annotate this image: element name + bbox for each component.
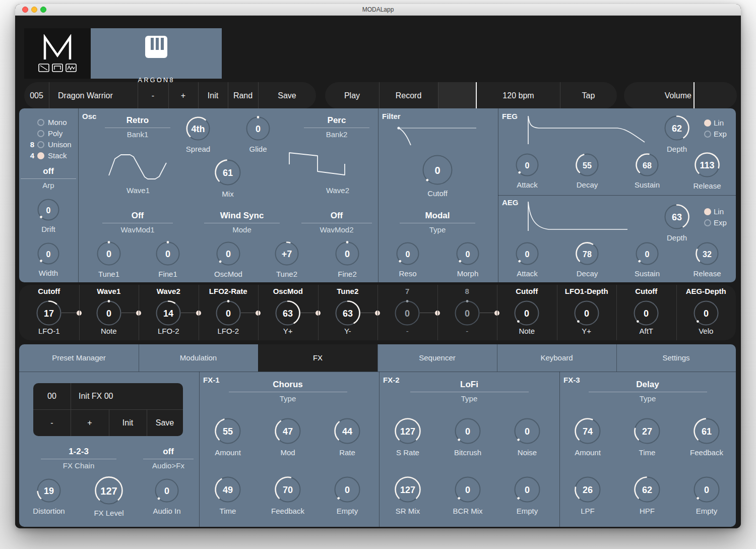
mod-slot-11-source[interactable]: AftT [616,327,676,335]
feg-slope-lin[interactable] [704,119,711,127]
osc2-bank-select[interactable]: PercBank2 [304,115,369,139]
fx1-feedback-knob[interactable]: 70 [274,475,302,504]
fx1-amount-knob[interactable]: 55 [214,417,242,445]
audio-fx-select[interactable]: offAudio>Fx [143,447,194,470]
preset-number[interactable]: 005 [24,82,49,109]
mod-slot-3-source[interactable]: LFO-2 [139,327,199,335]
mod-slot-5-amount-knob[interactable]: 63 [274,299,301,327]
record-button[interactable]: Record [379,82,438,109]
fx3-empty-knob[interactable]: 0 [692,475,721,504]
mod-slot-9-amount-knob[interactable]: 0 [513,299,540,327]
fx3-hpf-knob[interactable]: 62 [633,475,661,504]
mod-slot-8-amount-knob[interactable]: 0 [454,299,481,327]
fx-preset-number[interactable]: 00 [33,383,71,409]
mod-slot-12-source[interactable]: Velo [676,327,736,335]
bpm-slider-track[interactable] [438,82,476,109]
mod-slot-5-dest[interactable]: OscMod [258,287,318,295]
fx2-bcr-mix-knob[interactable]: 0 [454,475,482,504]
tab-fx[interactable]: FX [258,344,377,372]
mod-slot-8-source[interactable]: - [437,327,497,335]
preset-prev-button[interactable]: - [138,82,168,109]
fx-preset-prev-button[interactable]: - [33,410,71,436]
preset-init-button[interactable]: Init [198,82,228,109]
sync-mode-select[interactable]: Wind SyncMode [204,211,280,234]
mod-slot-12-dest[interactable]: AEG-Depth [676,287,736,295]
mod-slot-6-dest[interactable]: Tune2 [318,287,378,295]
preset-rand-button[interactable]: Rand [228,82,258,109]
mod-slot-1-dest[interactable]: Cutoff [19,287,79,295]
bpm-display[interactable]: 120 bpm [477,82,560,109]
feg-depth-knob[interactable]: 62 [663,114,690,142]
mod-slot-1-amount-knob[interactable]: 17 [35,299,62,327]
mod-slot-10-dest[interactable]: LFO1-Depth [557,287,617,295]
aeg-release-knob[interactable]: 32 [695,241,720,266]
tab-keyboard[interactable]: Keyboard [497,344,616,372]
fine2-knob[interactable]: 0 [334,240,360,267]
mod-slot-3-dest[interactable]: Wave2 [139,287,199,295]
fx-preset-name[interactable]: Init FX 00 [71,383,183,409]
fx3-lpf-knob[interactable]: 26 [574,475,602,504]
voice-mode-mono[interactable] [37,119,44,126]
aeg-attack-knob[interactable]: 0 [515,241,540,266]
tab-settings[interactable]: Settings [616,344,736,372]
tap-button[interactable]: Tap [560,82,617,109]
mod-slot-10-amount-knob[interactable]: 0 [573,299,600,327]
tab-preset-manager[interactable]: Preset Manager [19,344,139,372]
mod-slot-4-dest[interactable]: LFO2-Rate [199,287,259,295]
fx-preset-next-button[interactable]: + [71,410,109,436]
cutoff-knob[interactable]: 0 [421,154,454,186]
fx-chain-select[interactable]: 1-2-3FX Chain [41,447,116,470]
fx-preset-init-button[interactable]: Init [109,410,147,436]
fx1-time-knob[interactable]: 49 [214,475,242,504]
aeg-slope-exp[interactable] [704,219,711,226]
mod-slot-5-source[interactable]: Y+ [258,327,318,335]
aeg-sustain-knob[interactable]: 0 [635,241,660,266]
oscmod-knob[interactable]: 0 [215,240,241,267]
fx1-mod-knob[interactable]: 47 [274,417,302,445]
wavmod2-select[interactable]: OffWavMod2 [301,211,372,234]
volume-slider[interactable]: Volume [624,82,737,109]
spread-knob[interactable]: 4th [185,115,211,142]
width-knob[interactable]: 0 [36,241,60,266]
filter-type-select[interactable]: ModalType [400,211,475,234]
arp-select[interactable]: offArp [21,166,76,190]
mod-slot-1-source[interactable]: LFO-1 [19,327,79,335]
mod-slot-7-amount-knob[interactable]: 0 [394,299,421,327]
voice-mode-stack[interactable] [37,152,44,159]
feg-slope-exp[interactable] [704,131,711,138]
mix-knob[interactable]: 61 [214,158,242,187]
mod-slot-11-dest[interactable]: Cutoff [616,287,676,295]
morph-knob[interactable]: 0 [455,241,480,266]
mod-slot-4-amount-knob[interactable]: 0 [215,299,242,327]
mod-slot-10-source[interactable]: Y+ [557,327,617,335]
mod-slot-2-source[interactable]: Note [79,327,139,335]
aeg-slope-lin[interactable] [704,208,711,215]
mod-slot-4-source[interactable]: LFO-2 [199,327,259,335]
mod-slot-8-dest[interactable]: 8 [437,287,497,295]
tab-modulation[interactable]: Modulation [139,344,258,372]
fine1-knob[interactable]: 0 [155,240,181,267]
fx2-type-select[interactable]: LoFiType [410,380,529,403]
mod-slot-7-source[interactable]: - [377,327,437,335]
fx1-empty-knob[interactable]: 0 [333,475,361,504]
voice-mode-unison[interactable] [37,141,44,148]
mod-slot-2-amount-knob[interactable]: 0 [95,299,122,327]
mod-slot-3-amount-knob[interactable]: 14 [155,299,182,327]
fx3-type-select[interactable]: DelayType [589,380,707,403]
fx2-s-rate-knob[interactable]: 127 [394,417,422,445]
preset-next-button[interactable]: + [168,82,198,109]
voice-mode-poly[interactable] [37,130,44,137]
preset-name[interactable]: Dragon Warrior [49,82,138,109]
fx2-empty-knob[interactable]: 0 [513,475,541,504]
feg-sustain-knob[interactable]: 68 [635,152,660,177]
aeg-depth-knob[interactable]: 63 [663,203,690,230]
fx_level-knob[interactable]: 127 [94,475,124,506]
reso-knob[interactable]: 0 [395,241,420,266]
fx1-type-select[interactable]: ChorusType [229,380,347,403]
feg-release-knob[interactable]: 113 [694,151,721,178]
mod-slot-12-amount-knob[interactable]: 0 [692,299,720,327]
fx3-time-knob[interactable]: 27 [633,417,661,445]
feg-decay-knob[interactable]: 55 [575,152,600,177]
aeg-decay-knob[interactable]: 78 [575,241,600,266]
feg-attack-knob[interactable]: 0 [515,152,540,177]
